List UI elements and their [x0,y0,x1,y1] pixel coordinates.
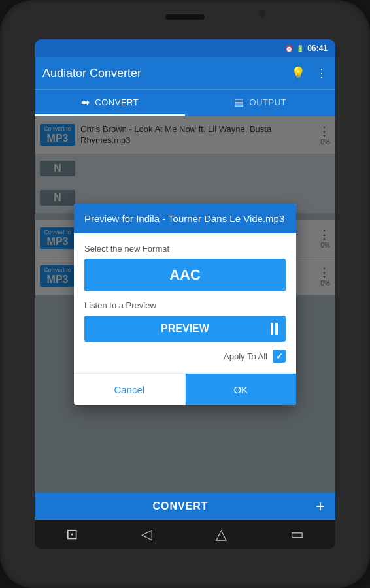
status-icons: ⏰ 🔋 06:41 [285,44,328,53]
bulb-icon[interactable]: 💡 [291,66,305,80]
battery-icon: 🔋 [296,45,304,52]
preview-button[interactable]: PREVIEW [84,316,286,342]
cancel-button[interactable]: Cancel [74,374,186,405]
speaker [165,14,205,20]
select-format-label: Select the new Format [84,244,286,253]
ok-button[interactable]: OK [186,374,297,405]
apply-all-checkbox[interactable] [273,350,286,363]
tab-output-label: OUTPUT [250,97,286,107]
app-bar-icons: 💡 ⋮ [291,66,328,80]
dialog-overlay: Preview for Indila - Tourner Dans Le Vid… [35,116,335,493]
tab-output[interactable]: ▤ OUTPUT [185,90,335,116]
dialog-actions: Cancel OK [74,374,296,405]
dialog: Preview for Indila - Tourner Dans Le Vid… [74,204,296,405]
convert-button[interactable]: CONVERT [45,500,316,512]
format-button[interactable]: AAC [84,259,286,291]
pause-icon [271,323,278,335]
preview-label: Listen to a Preview [84,301,286,310]
nav-bar: ⊡ ◁ △ ▭ [35,520,335,549]
pause-bar-1 [271,323,273,335]
dialog-body: Select the new Format AAC Listen to a Pr… [74,233,296,373]
dialog-title: Preview for Indila - Tourner Dans Le Vid… [74,204,296,233]
convert-bottom-bar: CONVERT + [35,493,335,520]
menu-icon[interactable]: ⋮ [316,66,328,80]
content-area: Convert to MP3 Chris Brown - Look At Me … [35,116,335,493]
camera-nav-icon[interactable]: ⊡ [66,526,78,543]
convert-tab-icon: ➡ [81,96,90,108]
phone-screen: ⏰ 🔋 06:41 Audiator Converter 💡 ⋮ ➡ CONVE… [35,39,335,549]
back-nav-icon[interactable]: ◁ [141,526,152,543]
status-time: 06:41 [307,44,328,53]
pause-bar-2 [275,323,278,335]
tab-convert-label: CONVERT [95,97,139,107]
phone-frame: ⏰ 🔋 06:41 Audiator Converter 💡 ⋮ ➡ CONVE… [0,0,370,588]
recents-nav-icon[interactable]: ▭ [290,526,304,543]
camera [259,10,265,17]
add-icon[interactable]: + [316,497,325,515]
status-bar: ⏰ 🔋 06:41 [35,39,335,57]
alarm-icon: ⏰ [285,45,293,52]
preview-button-label: PREVIEW [161,323,209,335]
apply-all-row: Apply To All [84,350,286,363]
output-tab-icon: ▤ [234,96,244,108]
tab-convert[interactable]: ➡ CONVERT [35,90,185,116]
home-nav-icon[interactable]: △ [216,526,227,543]
apply-all-label: Apply To All [224,351,267,361]
app-bar: Audiator Converter 💡 ⋮ [35,57,335,89]
app-title: Audiator Converter [42,67,141,80]
tab-bar: ➡ CONVERT ▤ OUTPUT [35,89,335,116]
